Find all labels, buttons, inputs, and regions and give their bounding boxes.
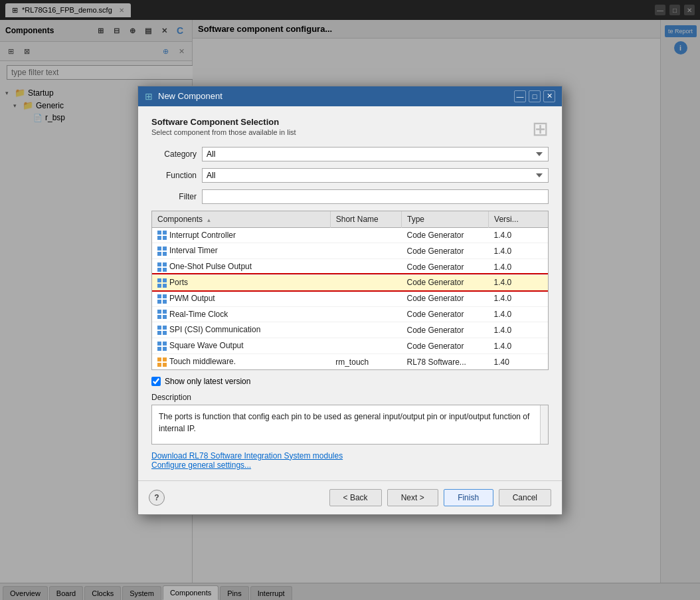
show-latest-label[interactable]: Show only latest version [165, 377, 250, 386]
cell-short [330, 243, 401, 259]
svg-rect-19 [163, 300, 167, 304]
svg-rect-21 [163, 310, 167, 314]
dialog-footer: ? < Back Next > Finish Cancel [138, 480, 562, 514]
category-select[interactable]: All [202, 147, 549, 161]
svg-rect-25 [163, 326, 167, 330]
function-select[interactable]: All [202, 168, 549, 183]
next-button[interactable]: Next > [387, 489, 438, 506]
svg-rect-1 [163, 231, 167, 235]
svg-rect-3 [163, 236, 167, 240]
cell-version: 1.4.0 [489, 274, 548, 290]
svg-rect-12 [157, 278, 161, 282]
cancel-button[interactable]: Cancel [499, 489, 551, 506]
cell-version: 1.4.0 [489, 290, 548, 306]
table-row[interactable]: One-Shot Pulse Output Code Generator 1.4… [152, 259, 548, 275]
table-row[interactable]: Ports Code Generator 1.4.0 [152, 274, 548, 290]
dialog-header: Software Component Selection Select comp… [151, 117, 549, 140]
configure-link[interactable]: Configure general settings... [151, 460, 251, 470]
cell-short [330, 290, 401, 306]
cell-version: 1.40 [489, 354, 548, 370]
download-link[interactable]: Download RL78 Software Integration Syste… [151, 451, 343, 460]
help-button[interactable]: ? [149, 490, 165, 506]
table-header: Components ▲ Short Name Type Versi... [152, 211, 548, 228]
svg-rect-32 [157, 357, 161, 361]
cell-type: Code Generator [401, 290, 488, 306]
svg-rect-35 [163, 363, 167, 367]
filter-input[interactable] [202, 189, 549, 204]
components-table: Components ▲ Short Name Type Versi... [152, 211, 548, 370]
category-row: Category All [151, 147, 549, 161]
cell-short [330, 227, 401, 243]
svg-rect-24 [157, 326, 161, 330]
cell-version: 1.4.0 [489, 243, 548, 259]
cell-name: Ports [152, 274, 330, 290]
svg-rect-8 [157, 262, 161, 266]
description-label: Description [151, 393, 549, 402]
svg-rect-34 [157, 363, 161, 367]
cell-type: Code Generator [401, 259, 488, 275]
svg-rect-26 [157, 331, 161, 335]
dialog-maximize-btn[interactable]: □ [529, 90, 541, 102]
filter-label: Filter [151, 192, 197, 201]
svg-rect-27 [163, 331, 167, 335]
cell-version: 1.4.0 [489, 227, 548, 243]
table-row[interactable]: Interval Timer Code Generator 1.4.0 [152, 243, 548, 259]
cell-name: Real-Time Clock [152, 306, 330, 322]
table-row[interactable]: Real-Time Clock Code Generator 1.4.0 [152, 306, 548, 322]
table-row[interactable]: Square Wave Output Code Generator 1.4.0 [152, 338, 548, 354]
th-version[interactable]: Versi... [489, 211, 548, 228]
cell-type: Code Generator [401, 338, 488, 354]
svg-rect-17 [163, 294, 167, 298]
table-row[interactable]: SPI (CSI) Communication Code Generator 1… [152, 322, 548, 338]
dialog-title-icon: ⊞ [145, 91, 153, 102]
svg-rect-14 [157, 284, 161, 288]
th-short-name[interactable]: Short Name [330, 211, 401, 228]
finish-button[interactable]: Finish [444, 489, 493, 506]
svg-rect-30 [157, 347, 161, 351]
svg-rect-28 [157, 342, 161, 346]
cell-short [330, 322, 401, 338]
cell-type: Code Generator [401, 227, 488, 243]
svg-rect-23 [163, 315, 167, 319]
svg-rect-16 [157, 294, 161, 298]
cell-type: Code Generator [401, 243, 488, 259]
cell-name: Interrupt Controller [152, 227, 330, 243]
new-component-dialog: ⊞ New Component — □ ✕ Software Component… [137, 86, 563, 515]
table-row[interactable]: Interrupt Controller Code Generator 1.4.… [152, 227, 548, 243]
cell-type: Code Generator [401, 274, 488, 290]
cell-short [330, 338, 401, 354]
dialog-body: Software Component Selection Select comp… [138, 106, 562, 480]
cell-short [330, 259, 401, 275]
svg-rect-11 [163, 268, 167, 272]
cell-version: 1.4.0 [489, 322, 548, 338]
filter-row: Filter [151, 189, 549, 204]
function-row: Function All [151, 168, 549, 183]
cell-short [330, 274, 401, 290]
th-components[interactable]: Components ▲ [152, 211, 330, 228]
table-row[interactable]: Touch middleware. rm_touch RL78 Software… [152, 354, 548, 370]
svg-rect-5 [163, 247, 167, 250]
cell-type: Code Generator [401, 306, 488, 322]
links-section: Download RL78 Software Integration Syste… [151, 451, 549, 470]
svg-rect-0 [157, 231, 161, 235]
svg-rect-33 [163, 357, 167, 361]
svg-rect-13 [163, 278, 167, 282]
dialog-subtitle: Software Component Selection [151, 117, 296, 127]
show-latest-checkbox[interactable] [151, 377, 161, 386]
cell-name: Square Wave Output [152, 338, 330, 354]
dialog-overlay: ⊞ New Component — □ ✕ Software Component… [0, 0, 700, 600]
table-row[interactable]: PWM Output Code Generator 1.4.0 [152, 290, 548, 306]
svg-rect-22 [157, 315, 161, 319]
svg-rect-29 [163, 342, 167, 346]
desc-scrollbar[interactable] [540, 405, 548, 444]
cell-name: One-Shot Pulse Output [152, 259, 330, 275]
back-button[interactable]: < Back [329, 489, 382, 506]
dialog-close-btn[interactable]: ✕ [543, 90, 555, 102]
dialog-subtitle-sub: Select component from those available in… [151, 128, 296, 136]
th-type[interactable]: Type [401, 211, 488, 228]
svg-rect-2 [157, 236, 161, 240]
svg-rect-4 [157, 247, 161, 250]
dialog-title: New Component [158, 91, 222, 101]
dialog-minimize-btn[interactable]: — [514, 90, 526, 102]
cell-type: RL78 Software... [401, 354, 488, 370]
